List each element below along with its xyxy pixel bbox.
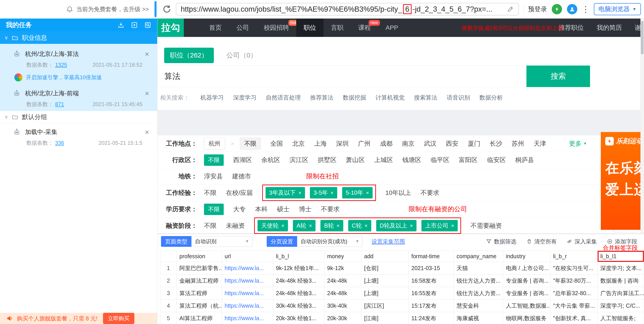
related-search-item[interactable]: 计算机视觉 — [376, 94, 405, 102]
company-name-cell[interactable]: 慧安金科 — [454, 300, 503, 312]
deep-scrape-button[interactable]: 深入采集 — [566, 238, 597, 245]
experience-tag[interactable]: 3年及以下× — [266, 187, 305, 199]
education-option[interactable]: 本科 — [255, 205, 268, 214]
page-type-select[interactable]: 自动识别 ▼ — [192, 236, 252, 247]
money-cell[interactable]: 24k-48k — [324, 275, 362, 287]
nav-item-home[interactable]: 首页 — [202, 18, 229, 37]
experience-tag[interactable]: 5-10年× — [342, 187, 372, 199]
account-icon[interactable] — [567, 4, 577, 14]
remove-tag-icon[interactable]: × — [366, 190, 369, 196]
city-option[interactable]: 深圳 — [336, 139, 349, 148]
nav-item-company[interactable]: 公司 — [229, 18, 256, 37]
table-row[interactable]: 3 算法工程师 https://www.la... 24k-48k 经验3...… — [160, 287, 644, 300]
pagination-select[interactable]: 自动识别分页(成功) ▼ — [297, 236, 362, 247]
city-option[interactable]: 北京 — [292, 139, 305, 148]
li-b-l1-cell[interactable]: 深度学习; C/C... — [598, 300, 644, 312]
industry-cell[interactable]: 专业服务 | 咨询... — [503, 287, 550, 300]
funding-tag[interactable]: B轮× — [320, 220, 343, 231]
close-task-icon[interactable]: × — [145, 128, 149, 136]
li-b-r-cell[interactable]: "在校实习生可... — [550, 262, 598, 275]
li-b-l1-cell[interactable]: 人工智能服务; — [598, 312, 644, 324]
education-option[interactable]: 大专 — [233, 205, 246, 214]
task-count-link[interactable]: 336 — [55, 140, 64, 146]
industry-cell[interactable]: 电商 / 上市公司... — [503, 262, 550, 275]
district-option[interactable]: 上城区 — [374, 156, 393, 164]
chevron-down-icon[interactable]: ∨ — [4, 35, 8, 41]
related-search-item[interactable]: 数据挖掘 — [343, 94, 366, 102]
li-b-l-cell[interactable]: 9k-12k 经验1年... — [273, 262, 324, 275]
close-task-icon[interactable]: × — [145, 50, 149, 58]
buy-now-button[interactable]: 立即购买 — [103, 313, 134, 324]
company-name-cell[interactable]: 海康威视 — [454, 312, 503, 324]
funding-tag[interactable]: A轮× — [293, 220, 316, 231]
money-cell[interactable]: 20k-30k — [324, 312, 362, 324]
li-b-l-cell[interactable]: 24k-48k 经验3... — [273, 275, 324, 287]
experience-tag[interactable]: 3-5年× — [310, 187, 337, 199]
location-crumb[interactable]: 杭州 — [204, 138, 225, 149]
chevron-down-icon[interactable]: ∨ — [4, 114, 8, 120]
remove-tag-icon[interactable]: × — [281, 223, 284, 229]
related-search-item[interactable]: 深度学习 — [233, 94, 256, 102]
tab-jobs-count[interactable]: 职位（262） — [164, 48, 214, 63]
profession-cell[interactable]: 阿里巴巴新零售... — [177, 262, 222, 275]
remove-tag-icon[interactable]: × — [309, 223, 312, 229]
city-option[interactable]: 上海 — [314, 139, 327, 148]
new-task-icon[interactable] — [131, 21, 138, 29]
add-cell[interactable]: [江南] — [362, 312, 409, 324]
city-option[interactable]: 南京 — [402, 139, 414, 148]
company-name-cell[interactable]: 天猫 — [454, 262, 503, 275]
search-button[interactable]: 搜索 — [526, 65, 590, 87]
prelogin-button[interactable]: 预登录 — [528, 5, 547, 13]
li-b-l-cell[interactable]: 24k-48k 经验3... — [273, 287, 324, 300]
related-search-item[interactable]: 推荐算法 — [310, 94, 334, 102]
nav-item-courses[interactable]: 课程new — [351, 18, 378, 37]
url-bar[interactable]: https://www.lagou.com/jobs/list_%E7%AE%9… — [176, 3, 519, 15]
li-b-r-cell[interactable]: "年薪32-80万... — [550, 275, 598, 287]
remove-tag-icon[interactable]: × — [451, 223, 454, 229]
sidebar-group-default[interactable]: ∨ 默认分组 — [0, 111, 157, 123]
city-option[interactable]: 西安 — [446, 139, 458, 148]
nav-item-campus[interactable]: 校园招聘hot — [256, 18, 296, 37]
column-header[interactable]: format-time — [409, 251, 454, 262]
li-b-l1-cell[interactable]: 数据服务 | 咨询 — [598, 275, 644, 287]
education-option[interactable]: 博士 — [299, 205, 312, 214]
profession-cell[interactable]: 算法工程师（杭... — [177, 300, 222, 312]
education-option[interactable]: 硕士 — [277, 205, 290, 214]
sidebar-scrollbar-thumb[interactable] — [154, 1, 156, 17]
funding-tag[interactable]: C轮× — [348, 220, 371, 231]
remove-tag-icon[interactable]: × — [298, 190, 302, 196]
add-cell[interactable]: [滨江区] — [362, 300, 409, 312]
funding-option[interactable]: 未融资 — [226, 222, 245, 230]
table-row[interactable]: 2 金融算法工程师 https://www.la... 24k-48k 经验3.… — [160, 275, 644, 287]
nav-item-yanzhi[interactable]: 言职 — [324, 18, 351, 37]
column-header[interactable]: li_b_r — [550, 251, 598, 262]
nav-username[interactable]: 谢 — [635, 23, 640, 32]
sidebar-group-career[interactable]: ∨ 职业信息 — [0, 31, 157, 44]
url-cell[interactable]: https://www.la... — [222, 287, 273, 300]
lefit-ad-banner[interactable]: 乐刻运动 在乐刻 爱上运动 — [601, 132, 644, 230]
li-b-r-cell[interactable]: "总年薪32-80... — [550, 287, 598, 300]
li-b-l-cell[interactable]: 30k-40k 经验3... — [273, 300, 324, 312]
related-search-item[interactable]: 机器学习 — [200, 94, 224, 102]
format-time-cell[interactable]: 11:24发布 — [409, 312, 454, 324]
profession-cell[interactable]: 金融算法工程师 — [177, 275, 222, 287]
task-count-link[interactable]: 871 — [55, 101, 64, 107]
data-filter-button[interactable]: 数据筛选 — [486, 238, 516, 245]
column-header[interactable]: li_b_l — [273, 251, 324, 262]
related-search-item[interactable]: 数据分析 — [480, 94, 503, 102]
upgrade-promo-bar[interactable]: 购买个人旗舰版套餐，只需 8 元! 立即购买 — [0, 313, 157, 324]
profession-cell[interactable]: 算法工程师 — [177, 287, 222, 300]
district-selected-option[interactable]: 不限 — [204, 154, 224, 166]
add-cell[interactable]: [仓前] — [362, 262, 409, 275]
location-selected-option[interactable]: 不限 — [240, 137, 261, 150]
education-option[interactable]: 不要求 — [321, 205, 340, 214]
table-row[interactable]: 5 AI算法工程师 https://www.la... 20k-30k 经验1.… — [160, 312, 644, 324]
add-cell[interactable]: [上塘] — [362, 287, 409, 300]
industry-cell[interactable]: 物联网,数据服务 — [503, 312, 550, 324]
funding-tag[interactable]: 天使轮× — [258, 220, 288, 231]
url-cell[interactable]: https://www.la... — [222, 275, 273, 287]
li-b-r-cell[interactable]: "大牛云集 带薪... — [550, 300, 598, 312]
lagou-logo[interactable]: 拉勾 — [158, 18, 184, 37]
table-row[interactable]: 4 算法工程师（杭... https://www.la... 30k-40k 经… — [160, 300, 644, 312]
task-count-link[interactable]: 1325 — [55, 62, 67, 68]
